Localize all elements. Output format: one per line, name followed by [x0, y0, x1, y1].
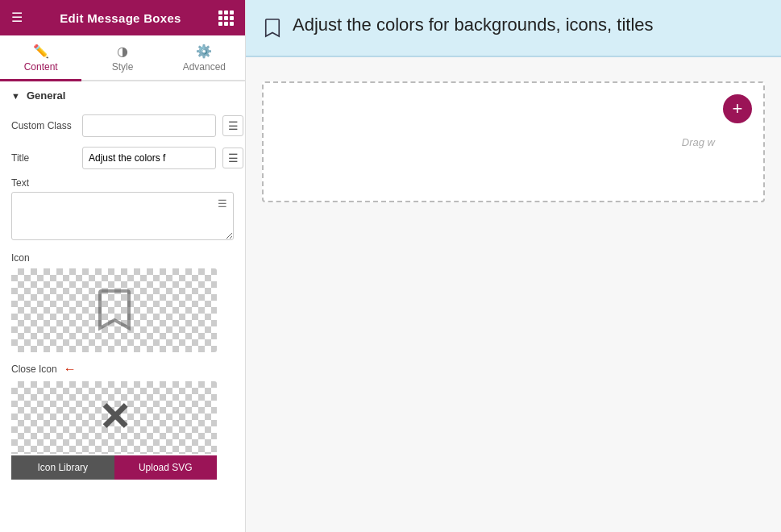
custom-class-row: Custom Class ☰ [0, 110, 245, 142]
section-label: General [27, 89, 65, 102]
icon-label-row: Icon [0, 249, 245, 265]
tab-advanced[interactable]: ⚙️ Advanced [164, 35, 245, 81]
panel-content: ▼ General Custom Class ☰ Title ☰ Text ☰ [0, 81, 245, 532]
style-tab-icon: ◑ [117, 44, 128, 59]
custom-class-options-icon[interactable]: ☰ [222, 115, 243, 136]
message-text: Adjust the colors for backgrounds, icons… [293, 15, 654, 35]
section-arrow-icon: ▼ [11, 91, 20, 101]
tab-advanced-label: Advanced [183, 61, 226, 73]
title-label: Title [11, 152, 76, 164]
drop-area[interactable]: + Drag w [262, 81, 765, 202]
tab-content[interactable]: ✏️ Content [0, 35, 81, 81]
message-box-preview: Adjust the colors for backgrounds, icons… [246, 0, 781, 57]
close-x-icon: ✕ [98, 398, 131, 437]
canvas-area: Adjust the colors for backgrounds, icons… [246, 0, 781, 532]
advanced-tab-icon: ⚙️ [196, 44, 212, 59]
custom-class-label: Custom Class [11, 120, 76, 131]
tab-style[interactable]: ◑ Style [81, 35, 163, 81]
tab-style-label: Style [112, 61, 134, 73]
top-bar: ☰ Edit Message Boxes [0, 0, 245, 35]
close-icon-row: Close Icon ← [0, 355, 245, 380]
bookmark-preview-icon [92, 288, 137, 333]
textarea-options-icon[interactable]: ☰ [214, 195, 231, 211]
title-options-icon[interactable]: ☰ [222, 148, 243, 168]
text-textarea-row: ☰ [0, 190, 245, 249]
panel-title: Edit Message Boxes [60, 11, 181, 25]
drag-hint: Drag w [682, 136, 715, 148]
close-icon-label: Close Icon [11, 364, 57, 375]
text-textarea[interactable] [11, 192, 234, 240]
text-label: Text [11, 177, 29, 189]
general-section-header[interactable]: ▼ General [0, 81, 245, 110]
icon-library-button[interactable]: Icon Library [11, 455, 114, 480]
icon-label: Icon [11, 252, 30, 264]
upload-svg-button[interactable]: Upload SVG [114, 455, 218, 480]
custom-class-input[interactable] [82, 114, 216, 137]
title-row: Title ☰ [0, 142, 245, 174]
close-icon-preview[interactable]: ✕ [11, 381, 217, 454]
left-panel: ☰ Edit Message Boxes ✏️ Content ◑ Style … [0, 0, 246, 532]
content-tab-icon: ✏️ [33, 44, 49, 59]
tabs-bar: ✏️ Content ◑ Style ⚙️ Advanced [0, 35, 245, 81]
msg-bookmark-icon [264, 18, 281, 41]
textarea-wrap: ☰ [11, 192, 234, 243]
icon-preview[interactable] [11, 268, 217, 352]
icon-buttons-bar: Icon Library Upload SVG [11, 455, 217, 480]
add-widget-button[interactable]: + [723, 94, 752, 123]
hamburger-icon[interactable]: ☰ [11, 11, 23, 24]
arrow-left-icon: ← [64, 362, 77, 376]
tab-content-label: Content [24, 61, 58, 73]
text-label-row: Text [0, 174, 245, 190]
title-input[interactable] [82, 147, 216, 169]
grid-icon[interactable] [218, 10, 234, 26]
